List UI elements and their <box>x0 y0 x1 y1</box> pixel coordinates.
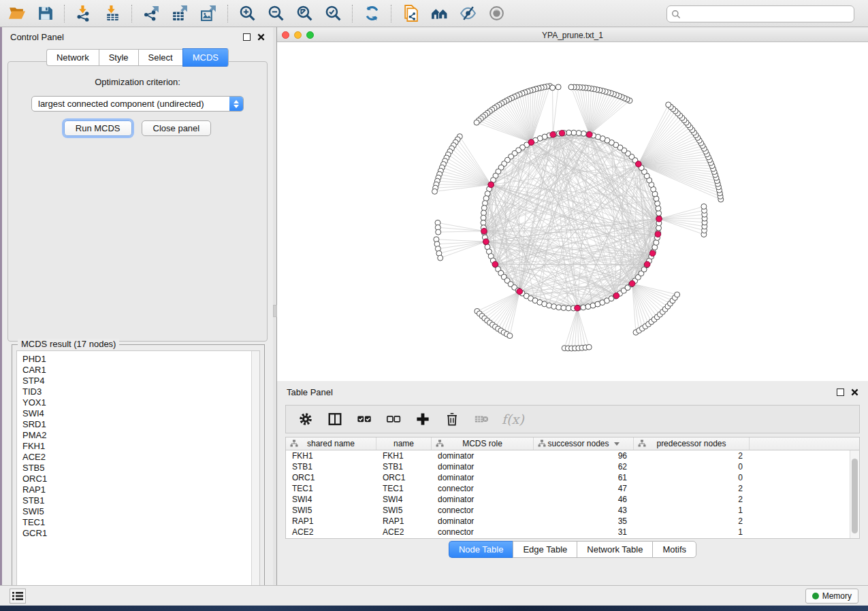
table-cell: 0 <box>634 462 750 472</box>
gear-icon[interactable] <box>297 410 315 428</box>
task-history-button[interactable] <box>10 589 26 604</box>
table-cell: 2 <box>634 484 750 493</box>
table-row[interactable]: ACE2ACE2connector311 <box>286 527 850 538</box>
table-body[interactable]: FKH1FKH1dominator962STB1STB1dominator620… <box>286 450 850 538</box>
network-window-titlebar[interactable]: YPA_prune.txt_1 <box>277 29 868 42</box>
open-folder-icon[interactable] <box>7 4 26 23</box>
mcds-result-item[interactable]: YOX1 <box>22 397 259 408</box>
mcds-result-item[interactable]: ACE2 <box>22 452 259 463</box>
delete-column-icon[interactable] <box>443 410 461 428</box>
clone-network-icon[interactable] <box>401 4 420 23</box>
table-row[interactable]: FKH1FKH1dominator962 <box>286 450 850 461</box>
table-row[interactable]: ORC1ORC1dominator610 <box>286 472 850 483</box>
tab-motifs[interactable]: Motifs <box>652 541 696 558</box>
mcds-result-item[interactable]: SWI4 <box>22 408 259 419</box>
mcds-result-item[interactable]: RAP1 <box>22 484 259 495</box>
show-labels-icon[interactable] <box>487 4 506 23</box>
import-table-icon[interactable] <box>103 4 122 23</box>
optimization-criterion-dropdown[interactable]: largest connected component (undirected) <box>31 96 244 112</box>
table-row[interactable]: SWI5SWI5connector431 <box>286 505 850 516</box>
mcds-result-list[interactable]: PHD1CAR1STP4TID3YOX1SWI4SRD1PMA2FKH1ACE2… <box>16 350 260 593</box>
tab-edge-table[interactable]: Edge Table <box>513 541 577 558</box>
zoom-out-icon[interactable] <box>266 4 285 23</box>
close-table-panel-icon[interactable] <box>851 389 858 396</box>
tab-node-table[interactable]: Node Table <box>449 541 513 558</box>
column-header-successor-nodes[interactable]: successor nodes <box>534 437 634 450</box>
select-columns-icon[interactable] <box>355 410 373 428</box>
table-cell: RAP1 <box>286 516 376 526</box>
table-row[interactable]: STB1STB1dominator620 <box>286 461 850 472</box>
run-mcds-button[interactable]: Run MCDS <box>64 120 132 136</box>
table-panel-tabs: Node TableEdge TableNetwork TableMotifs <box>277 541 868 558</box>
network-canvas[interactable] <box>277 42 868 380</box>
column-label: shared name <box>307 439 355 448</box>
table-row[interactable]: RAP1RAP1dominator352 <box>286 516 850 527</box>
float-panel-icon[interactable] <box>243 33 251 41</box>
memory-button[interactable]: Memory <box>805 589 858 604</box>
table-cell: ACE2 <box>376 527 432 537</box>
search-field[interactable] <box>666 5 854 22</box>
show-all-networks-icon[interactable] <box>430 4 449 23</box>
mcds-result-item[interactable]: TID3 <box>22 386 259 397</box>
network-graph[interactable] <box>277 42 868 380</box>
table-cell: 2 <box>634 451 750 461</box>
table-cell: 47 <box>534 484 634 493</box>
refresh-icon[interactable] <box>362 4 381 23</box>
table-scrollbar[interactable] <box>850 450 859 538</box>
table-row[interactable]: YOX1YOX1connector291 <box>286 538 850 538</box>
mcds-result-item[interactable]: TEC1 <box>22 517 259 528</box>
close-panel-icon[interactable] <box>257 33 265 41</box>
function-builder-icon[interactable]: f(x) <box>502 412 524 427</box>
mcds-result-item[interactable]: ORC1 <box>22 474 259 484</box>
mcds-result-item[interactable]: GCR1 <box>22 528 259 539</box>
zoom-in-icon[interactable] <box>238 4 257 23</box>
mcds-result-group: MCDS result (17 nodes) PHD1CAR1STP4TID3Y… <box>12 344 265 597</box>
import-network-icon[interactable] <box>74 4 93 23</box>
zoom-selected-icon[interactable] <box>323 4 342 23</box>
table-cell: STB1 <box>376 462 432 472</box>
table-scrollbar-thumb[interactable] <box>852 459 858 533</box>
mcds-result-item[interactable]: PMA2 <box>22 430 259 441</box>
mcds-result-item[interactable]: STB5 <box>22 463 259 474</box>
search-input[interactable] <box>681 7 850 21</box>
add-column-icon[interactable] <box>414 410 432 428</box>
tab-network[interactable]: Network <box>46 49 99 66</box>
mcds-result-item[interactable]: STP4 <box>22 376 259 386</box>
column-header-shared-name[interactable]: shared name <box>286 437 376 450</box>
tab-network-table[interactable]: Network Table <box>577 541 652 558</box>
mcds-result-item[interactable]: PHD1 <box>22 354 259 365</box>
search-icon <box>671 10 681 19</box>
table-cell: ORC1 <box>376 473 432 482</box>
table-row[interactable]: TEC1TEC1connector472 <box>286 483 850 494</box>
tab-mcds[interactable]: MCDS <box>182 48 229 67</box>
export-image-icon[interactable] <box>199 4 218 23</box>
table-cell: SWI4 <box>286 495 376 504</box>
table-cell: SWI5 <box>376 506 432 515</box>
mcds-result-item[interactable]: SWI5 <box>22 506 259 517</box>
mcds-result-item[interactable]: STB1 <box>22 495 259 506</box>
delete-table-icon[interactable] <box>472 410 490 428</box>
table-cell: TEC1 <box>376 484 432 493</box>
zoom-fit-icon[interactable] <box>295 4 314 23</box>
mcds-result-scrollbar[interactable] <box>251 351 259 592</box>
tab-style[interactable]: Style <box>99 49 138 66</box>
column-header-MCDS-role[interactable]: MCDS role <box>432 437 534 450</box>
float-table-panel-icon[interactable] <box>837 389 844 396</box>
mcds-result-item[interactable]: FKH1 <box>22 441 259 452</box>
hide-labels-icon[interactable] <box>458 4 477 23</box>
export-network-icon[interactable] <box>142 4 161 23</box>
mcds-result-item[interactable]: SRD1 <box>22 419 259 430</box>
tab-select[interactable]: Select <box>138 49 182 66</box>
split-columns-icon[interactable] <box>326 410 344 428</box>
column-header-predecessor-nodes[interactable]: predecessor nodes <box>634 437 750 450</box>
table-cell: ORC1 <box>286 473 376 482</box>
save-icon[interactable] <box>35 4 54 23</box>
close-panel-button[interactable]: Close panel <box>142 120 212 136</box>
mcds-result-item[interactable]: CAR1 <box>22 365 259 376</box>
table-cell: SWI5 <box>286 506 376 515</box>
export-table-icon[interactable] <box>170 4 189 23</box>
deselect-columns-icon[interactable] <box>385 410 402 428</box>
table-cell: dominator <box>432 495 534 504</box>
column-header-name[interactable]: name <box>376 437 432 450</box>
table-row[interactable]: SWI4SWI4dominator462 <box>286 494 850 505</box>
